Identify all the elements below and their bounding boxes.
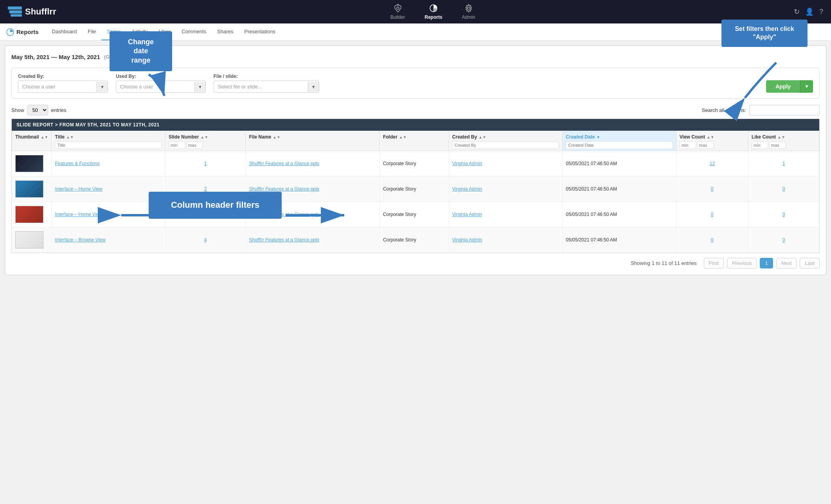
view-count-value[interactable]: 12 xyxy=(710,161,715,166)
file-name-link[interactable]: Shufflrr Features at a Glance.pptx xyxy=(249,212,319,217)
col-view-count-sort[interactable]: View Count ▲▼ xyxy=(680,134,745,140)
current-page-button[interactable]: 1 xyxy=(760,258,773,268)
thumbnail-cell xyxy=(12,227,52,253)
view-count-value[interactable]: 0 xyxy=(711,186,714,192)
first-page-button[interactable]: First xyxy=(704,258,724,268)
slide-number-link[interactable]: 2 xyxy=(204,186,207,192)
created-date-cell: 05/05/2021 07:46:50 AM xyxy=(563,202,676,227)
like-count-max[interactable] xyxy=(769,141,786,149)
tab-presentations[interactable]: Presentations xyxy=(239,23,281,40)
next-page-button[interactable]: Next xyxy=(776,258,797,268)
title-link[interactable]: Interface – Home View xyxy=(55,212,102,217)
entries-select[interactable]: 50 xyxy=(27,105,48,115)
created-by-select[interactable]: Choose a user xyxy=(18,81,97,92)
thumbnail xyxy=(15,231,43,248)
tab-shares[interactable]: Shares xyxy=(212,23,239,40)
nav-admin-label: Admin xyxy=(462,14,475,20)
col-like-count-sort[interactable]: Like Count ▲▼ xyxy=(752,134,816,140)
logo[interactable]: Shufflrr xyxy=(8,6,56,17)
tab-likes[interactable]: Likes xyxy=(153,23,176,40)
col-created-by-sort[interactable]: Created By ▲▼ xyxy=(452,134,559,140)
like-count-min[interactable] xyxy=(752,141,768,149)
tab-file[interactable]: File xyxy=(82,23,101,40)
nav-item-admin[interactable]: Admin xyxy=(458,2,479,22)
table-header-row: Thumbnail ▲▼ Title ▲▼ Slide Number xyxy=(12,131,819,151)
tab-comments[interactable]: Comments xyxy=(176,23,212,40)
created-by-cell: Virginia Admin xyxy=(449,227,562,253)
created-by-link[interactable]: Virginia Admin xyxy=(452,161,482,166)
search-all-input[interactable] xyxy=(749,105,820,115)
view-count-value[interactable]: 0 xyxy=(711,237,714,243)
apply-dropdown-button[interactable]: ▼ xyxy=(800,80,813,93)
tab-dashboard[interactable]: Dashboard xyxy=(47,23,83,40)
view-count-min[interactable] xyxy=(680,141,696,149)
created-by-dropdown-arrow: ▼ xyxy=(97,82,108,92)
col-title: Title ▲▼ xyxy=(52,131,165,151)
previous-page-button[interactable]: Previous xyxy=(727,258,757,268)
view-count-max[interactable] xyxy=(697,141,714,149)
created-by-link[interactable]: Virginia Admin xyxy=(452,186,482,192)
created-by-filter-input[interactable] xyxy=(452,141,559,149)
last-page-button[interactable]: Last xyxy=(800,258,820,268)
user-icon[interactable]: 👤 xyxy=(805,7,814,16)
col-created-date-sort[interactable]: Created Date ▼ xyxy=(566,134,673,140)
slide-number-link[interactable]: 3 xyxy=(204,212,207,217)
file-slide-select[interactable]: Select file or slide... xyxy=(214,81,308,92)
created-date-filter-input[interactable] xyxy=(566,141,673,149)
apply-button[interactable]: Apply xyxy=(766,80,800,93)
like-count-value[interactable]: 0 xyxy=(782,212,785,217)
title-link[interactable]: Interface – Home View xyxy=(55,186,102,192)
col-title-sort[interactable]: Title ▲▼ xyxy=(55,134,162,140)
slide-number-link[interactable]: 1 xyxy=(204,161,207,166)
data-table: Thumbnail ▲▼ Title ▲▼ Slide Number xyxy=(12,131,819,253)
tab-activity[interactable]: Activity xyxy=(126,23,153,40)
like-count-cell: 1 xyxy=(748,151,819,176)
created-date-sort-arrow: ▼ xyxy=(596,135,600,139)
col-thumbnail-sort[interactable]: Thumbnail ▲▼ xyxy=(15,134,48,140)
col-folder-sort[interactable]: Folder ▲▼ xyxy=(383,134,446,140)
view-count-value[interactable]: 0 xyxy=(711,212,714,217)
created-by-link[interactable]: Virginia Admin xyxy=(452,212,482,217)
slide-number-link[interactable]: 4 xyxy=(204,237,207,243)
thumbnail-sort-arrow: ▲▼ xyxy=(41,135,49,139)
title-filter-input[interactable] xyxy=(55,141,162,149)
change-date-button[interactable]: Change xyxy=(128,52,155,61)
view-count-filter xyxy=(680,141,745,149)
file-name-link[interactable]: Shufflrr Features at a Glance.pptx xyxy=(249,237,319,243)
like-count-value[interactable]: 1 xyxy=(782,161,785,166)
title-cell: Interface – Home View xyxy=(52,202,165,227)
filters-row: Created By: Choose a user ▼ Used By: Cho… xyxy=(11,68,820,99)
col-file-name-sort[interactable]: File Name ▲▼ xyxy=(249,134,376,140)
view-count-cell: 0 xyxy=(676,202,748,227)
title-link[interactable]: Interface – Browse View xyxy=(55,237,105,243)
like-count-cell: 0 xyxy=(748,227,819,253)
sub-nav-icon xyxy=(6,28,14,36)
created-date-cell: 05/05/2021 07:46:50 AM xyxy=(563,176,676,202)
help-icon[interactable]: ? xyxy=(819,8,823,16)
sub-nav-title: Reports xyxy=(16,29,39,35)
logo-text: Shufflrr xyxy=(25,7,56,17)
tab-slides[interactable]: Slides xyxy=(101,23,126,40)
slide-number-max[interactable] xyxy=(186,141,203,149)
nav-icons: Builder Reports Admin xyxy=(72,2,794,22)
refresh-icon[interactable]: ↻ xyxy=(794,7,800,16)
table-row: Features & Functions 1 Shufflrr Features… xyxy=(12,151,819,176)
col-view-count: View Count ▲▼ xyxy=(676,131,748,151)
title-link[interactable]: Features & Functions xyxy=(55,161,99,166)
like-count-value[interactable]: 0 xyxy=(782,186,785,192)
col-slide-number-sort[interactable]: Slide Number ▲▼ xyxy=(169,134,243,140)
file-name-cell: Shufflrr Features at a Glance.pptx xyxy=(246,176,380,202)
nav-item-reports[interactable]: Reports xyxy=(421,2,446,22)
svg-rect-2 xyxy=(11,14,22,16)
used-by-select[interactable]: Choose a user xyxy=(116,81,194,92)
created-by-link[interactable]: Virginia Admin xyxy=(452,237,482,243)
nav-item-builder[interactable]: Builder xyxy=(387,2,409,22)
main-content: May 5th, 2021 — May 12th, 2021 (GMT -4) … xyxy=(5,45,826,275)
title-sort-arrow: ▲▼ xyxy=(66,135,74,139)
file-name-link[interactable]: Shufflrr Features at a Glance.pptx xyxy=(249,161,319,166)
slide-number-min[interactable] xyxy=(169,141,185,149)
builder-icon xyxy=(393,4,403,13)
like-count-value[interactable]: 0 xyxy=(782,237,785,243)
pagination-row: Showing 1 to 11 of 11 entries First Prev… xyxy=(11,258,820,268)
file-name-link[interactable]: Shufflrr Features at a Glance.pptx xyxy=(249,186,319,192)
